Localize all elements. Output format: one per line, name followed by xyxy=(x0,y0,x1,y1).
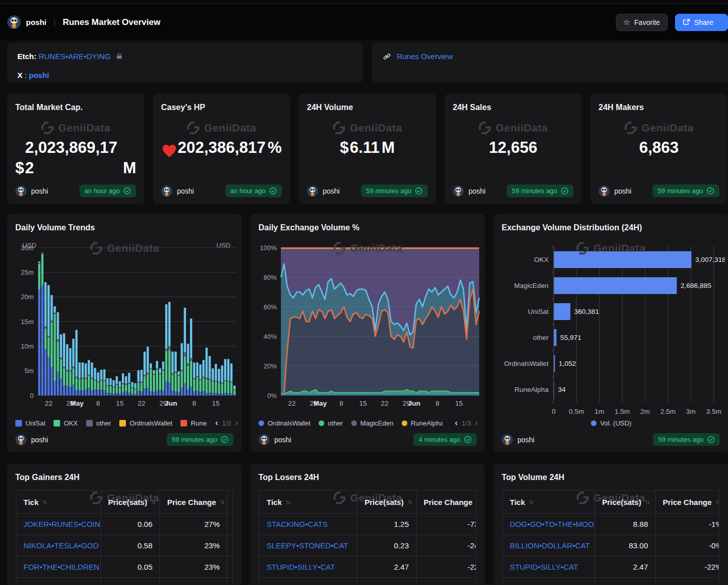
etch-rune-link[interactable]: RUNES•ARE•DYING xyxy=(39,52,111,61)
tick-link[interactable]: BILLION•DOLLAR•CAT xyxy=(503,535,595,556)
author-name: poshi xyxy=(31,187,48,195)
legend-label: RuneAlpha xyxy=(191,419,207,427)
column-header-pricechange[interactable]: Price Change↑↓ xyxy=(160,491,227,513)
stat-value: $6.11M xyxy=(307,138,428,158)
cell-value: 27% xyxy=(160,514,227,535)
favorite-button[interactable]: ☆ Favorite xyxy=(616,14,668,31)
cell-value: 1.25 xyxy=(357,514,417,535)
legend-prev-arrow[interactable]: ‹ xyxy=(215,419,218,427)
legend-swatch-icon xyxy=(180,420,187,427)
x-profile-link[interactable]: poshi xyxy=(29,71,49,79)
column-header-tick[interactable]: Tick↑↓ xyxy=(259,491,357,513)
cell-value: 0.13 xyxy=(595,578,656,585)
sort-icon[interactable]: ↑↓ xyxy=(715,498,719,506)
tick-link[interactable]: HOPE•YOU•GET•RICH xyxy=(16,578,101,585)
author-avatar xyxy=(258,434,270,445)
table-title: Top Losers 24H xyxy=(250,464,485,482)
column-header-pricesats[interactable]: Price(sats)↑↓ xyxy=(101,491,160,513)
legend-item-runealpha[interactable]: RuneAlpha xyxy=(180,419,207,427)
card-footer: poshi59 minutes ago xyxy=(599,184,719,197)
column-header-pricechange[interactable]: Price Change↑↓ xyxy=(417,491,476,513)
legend-item-okx[interactable]: OKX xyxy=(54,419,77,427)
tick-link[interactable]: STUPID•SILLY•CAT xyxy=(259,556,357,577)
column-header-pricesats[interactable]: Price(sats)↑↓ xyxy=(595,491,656,513)
cell-value: 14% xyxy=(160,578,227,585)
column-header-tick[interactable]: Tick↑↓ xyxy=(503,491,595,513)
legend-item-volusd[interactable]: Vol. (USD) xyxy=(591,419,631,427)
cell-value: 2.47 xyxy=(357,556,417,577)
svg-text:1m: 1m xyxy=(594,408,604,415)
legend-item-runealpha[interactable]: RuneAlpha xyxy=(402,419,443,427)
legend-item-ordinalswallet[interactable]: OrdinalsWallet xyxy=(258,419,310,427)
header-username[interactable]: poshi xyxy=(26,18,46,26)
updated-text: 59 minutes ago xyxy=(172,436,217,443)
header-separator: | xyxy=(54,18,56,26)
sort-icon[interactable]: ↑↓ xyxy=(529,498,533,506)
sort-icon[interactable]: ↑↓ xyxy=(220,498,224,506)
chart-legend: Vol. (USD) xyxy=(502,419,721,427)
cell-value: 0.23 xyxy=(357,535,417,556)
svg-text:55,971: 55,971 xyxy=(560,334,581,341)
tick-link[interactable]: DOG•GO•TO•THE•MOON xyxy=(503,514,595,535)
legend-next-arrow[interactable]: › xyxy=(475,419,478,427)
exchange-volume-distribution-card: Exchange Volume Distribution (24H) 00.5m… xyxy=(493,214,728,453)
svg-text:8: 8 xyxy=(435,400,439,407)
sort-icon[interactable]: ↑↓ xyxy=(407,498,411,506)
author: poshi xyxy=(453,185,485,197)
runes-overview-link[interactable]: Runes Overview xyxy=(397,52,453,61)
svg-text:8: 8 xyxy=(96,400,100,407)
tick-link[interactable]: FOR•THE•CHILDREN xyxy=(16,556,101,577)
stat-title: 24H Volume xyxy=(299,94,436,112)
tick-link[interactable]: STUPID•SILLY•CAT xyxy=(503,556,595,577)
card-footer: poshi59 minutes ago xyxy=(15,433,233,446)
updated-badge: 59 minutes ago xyxy=(361,184,428,197)
data-table: Tick↑↓Price(sats)↑↓Price Change↑↓STACKIN… xyxy=(259,490,476,585)
tick-link[interactable]: CATS•IN•THE•SATS xyxy=(259,578,357,585)
legend-prev-arrow[interactable]: ‹ xyxy=(455,419,457,427)
share-button[interactable]: Share xyxy=(675,14,728,31)
legend-swatch-icon xyxy=(54,420,60,427)
etch-line: Etch: RUNES•ARE•DYING ☠ xyxy=(17,50,353,63)
stat-card-5: 24H MakersGeniiData6,863poshi59 minutes … xyxy=(590,94,727,204)
author: poshi xyxy=(307,185,340,197)
column-header-tick[interactable]: Tick↑↓ xyxy=(16,491,101,513)
legend-next-arrow[interactable]: › xyxy=(236,419,238,427)
author-name: poshi xyxy=(31,436,48,444)
legend-item-unisat[interactable]: UniSat xyxy=(15,419,45,427)
tick-link[interactable]: STACKING•CATS xyxy=(259,514,357,535)
tick-link[interactable]: RUNES•X•BITCOIN xyxy=(503,578,595,585)
legend-item-ordinalswallet[interactable]: OrdinalsWallet xyxy=(119,419,172,427)
column-header-pricechange[interactable]: Price Change↑↓ xyxy=(656,491,719,513)
author: poshi xyxy=(15,434,48,445)
updated-badge: 59 minutes ago xyxy=(507,184,574,197)
legend-item-magiceden[interactable]: MagicEden xyxy=(351,419,394,427)
share-label: Share xyxy=(694,18,713,26)
svg-text:May: May xyxy=(70,400,84,407)
svg-text:22: 22 xyxy=(288,400,296,407)
stat-number: 6,863 xyxy=(639,138,679,158)
page-title: Runes Market Overview xyxy=(63,17,161,28)
column-header-volume[interactable]: Volume xyxy=(227,491,233,513)
legend-item-other[interactable]: other xyxy=(319,419,343,427)
author-name: poshi xyxy=(274,436,291,444)
sort-icon[interactable]: ↑↓ xyxy=(42,498,46,506)
user-avatar[interactable] xyxy=(7,15,21,29)
stat-title: Casey's HP xyxy=(153,94,290,112)
sort-icon[interactable]: ↑↓ xyxy=(151,498,155,506)
tick-link[interactable]: NIKOLA•TESLA•GOD xyxy=(16,535,101,556)
card-footer: poshian hour ago xyxy=(161,184,282,197)
stat-number: 2,023,869,172 xyxy=(25,138,121,178)
table-header-row: Tick↑↓Price(sats)↑↓Price Change↑↓ xyxy=(259,491,476,514)
stat-number: 12,656 xyxy=(489,138,537,158)
column-header-pricesats[interactable]: Price(sats)↑↓ xyxy=(357,491,417,513)
svg-text:20%: 20% xyxy=(264,362,277,370)
tick-link[interactable]: JOKER•RUNES•COIN xyxy=(16,514,101,535)
sort-icon[interactable]: ↑↓ xyxy=(645,498,649,506)
legend-item-other[interactable]: other xyxy=(86,419,112,427)
svg-text:25m: 25m xyxy=(21,269,34,276)
tick-link[interactable]: SLEEPY•STONED•CAT xyxy=(259,535,357,556)
stat-number: 6.11 xyxy=(350,138,380,158)
sort-icon[interactable]: ↑↓ xyxy=(285,498,290,506)
updated-text: 59 minutes ago xyxy=(512,187,557,195)
svg-text:15: 15 xyxy=(116,400,123,407)
